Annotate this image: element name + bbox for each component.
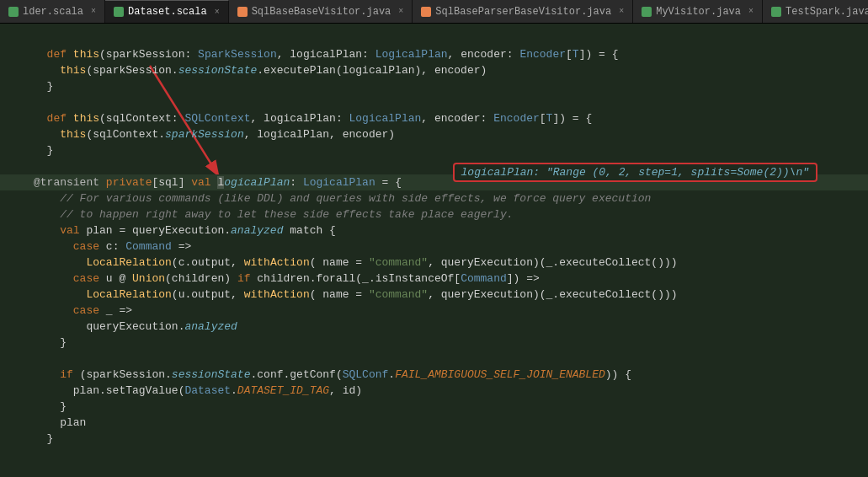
tab-label-testspark: TestSpark.java [785, 6, 868, 18]
code-line: case u @ Union(children) if children.for… [0, 271, 868, 287]
tab-label-sqlbasebasevisitor: SqlBaseBaseVisitor.java [252, 6, 391, 18]
tab-icon-sqlbaseparserbasevisitor [421, 7, 431, 17]
code-line: // For various commands (like DDL) and q… [0, 190, 868, 206]
tab-icon-dataset [114, 7, 124, 17]
tab-icon-sqlbasebasevisitor [237, 7, 248, 17]
tab-close-dataset[interactable]: × [215, 8, 220, 17]
code-line: this(sqlContext.sparkSession, logicalPla… [0, 126, 868, 142]
code-line-analyzed-match: val plan = queryExecution.analyzed match… [0, 222, 868, 238]
code-line: } [0, 399, 868, 415]
code-editor[interactable]: logicalPlan: "Range (0, 2, step=1, split… [0, 24, 868, 477]
debug-tooltip: logicalPlan: "Range (0, 2, step=1, split… [453, 163, 817, 182]
code-line: } [0, 142, 868, 158]
tab-close-sqlbasebasevisitor[interactable]: × [398, 7, 403, 16]
code-line: } [0, 431, 868, 447]
tab-myvisitor[interactable]: MyVisitor.java × [633, 0, 763, 23]
code-line: def this(sparkSession: SparkSession, log… [0, 46, 868, 62]
code-line [0, 351, 868, 367]
code-line [0, 30, 868, 46]
tab-close-lder[interactable]: × [91, 7, 96, 16]
tab-close-myvisitor[interactable]: × [748, 7, 754, 16]
tab-icon-testspark [771, 7, 781, 17]
tab-label-dataset: Dataset.scala [128, 6, 207, 18]
code-line: case c: Command => [0, 238, 868, 255]
code-line [0, 94, 868, 110]
code-line: } [0, 335, 868, 351]
tab-lder-scala[interactable]: lder.scala × [0, 0, 105, 23]
code-line: this(sparkSession.sessionState.executePl… [0, 62, 868, 78]
tab-icon-myvisitor [642, 7, 652, 17]
code-line: LocalRelation(c.output, withAction( name… [0, 255, 868, 271]
tab-label-lder: lder.scala [23, 6, 83, 18]
tooltip-text: logicalPlan: "Range (0, 2, step=1, split… [461, 166, 809, 179]
tab-dataset-scala[interactable]: Dataset.scala × [105, 0, 229, 23]
code-line: plan [0, 415, 868, 431]
tab-close-sqlbaseparserbasevisitor[interactable]: × [619, 7, 624, 16]
code-line: } [0, 78, 868, 94]
code-line: plan.setTagValue(Dataset.DATASET_ID_TAG,… [0, 383, 868, 399]
tab-bar: lder.scala × Dataset.scala × SqlBaseBase… [0, 0, 868, 24]
tab-label-sqlbaseparserbasevisitor: SqlBaseParserBaseVisitor.java [435, 6, 611, 18]
code-line: queryExecution.analyzed [0, 319, 868, 335]
tab-label-myvisitor: MyVisitor.java [656, 6, 741, 18]
code-line: if (sparkSession.sessionState.conf.getCo… [0, 367, 868, 383]
tab-testspark[interactable]: TestSpark.java × [763, 0, 868, 23]
code-line: def this(sqlContext: SQLContext, logical… [0, 110, 868, 126]
tab-sqlbaseparserbasevisitor[interactable]: SqlBaseParserBaseVisitor.java × [413, 0, 633, 23]
code-line: LocalRelation(u.output, withAction( name… [0, 287, 868, 303]
tab-sqlbasebasevisitor[interactable]: SqlBaseBaseVisitor.java × [229, 0, 413, 23]
code-line: case _ => [0, 303, 868, 319]
code-line: // to happen right away to let these sid… [0, 206, 868, 222]
tab-icon-lder [8, 7, 19, 17]
